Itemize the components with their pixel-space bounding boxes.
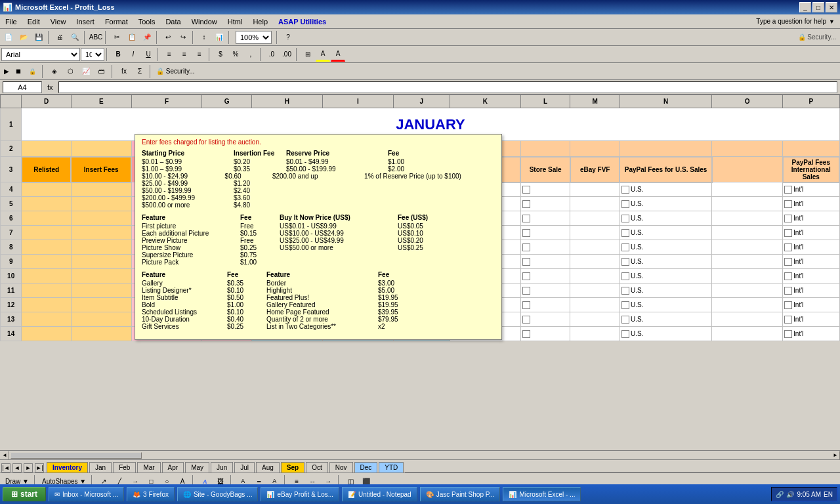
cell-e2[interactable]: [71, 141, 131, 157]
tab-jul[interactable]: Jul: [234, 462, 255, 472]
cell-p10[interactable]: Int'l: [783, 269, 839, 284]
tab-first-btn[interactable]: |◄: [1, 463, 10, 472]
checkbox-l6[interactable]: [522, 215, 530, 222]
maximize-btn[interactable]: □: [812, 2, 824, 12]
checkbox-l4[interactable]: [522, 186, 530, 194]
decrease-dec-btn[interactable]: .00: [280, 47, 294, 62]
formula-input[interactable]: [58, 81, 837, 93]
menu-edit[interactable]: Edit: [22, 14, 45, 28]
cell-n3[interactable]: PayPal Fees for U.S. Sales: [620, 157, 711, 182]
cell-p2[interactable]: [783, 141, 839, 157]
checkbox-l9[interactable]: [522, 258, 530, 266]
print-btn[interactable]: 🖨: [52, 30, 67, 45]
cell-o12[interactable]: [712, 298, 783, 312]
cell-d10[interactable]: [22, 269, 72, 284]
cell-n4[interactable]: U.S.: [620, 182, 711, 197]
cell-m3[interactable]: eBay FVF: [570, 157, 620, 182]
menu-data[interactable]: Data: [160, 14, 186, 28]
cell-d7[interactable]: [22, 226, 72, 240]
paste-btn[interactable]: 📌: [140, 30, 154, 45]
checkbox-l10[interactable]: [522, 272, 530, 280]
cell-d5[interactable]: [22, 197, 72, 211]
fill-color-btn[interactable]: A: [316, 47, 330, 62]
cb-n5[interactable]: [621, 200, 629, 208]
minimize-btn[interactable]: _: [799, 2, 811, 12]
cell-d2[interactable]: [22, 141, 72, 157]
cell-o3[interactable]: [712, 157, 783, 182]
bold-btn[interactable]: B: [111, 47, 125, 62]
cell-l11[interactable]: [520, 284, 570, 298]
cb-p9[interactable]: [784, 258, 792, 266]
cb-n14[interactable]: [621, 330, 629, 338]
cb-n6[interactable]: [621, 215, 629, 222]
cell-e14[interactable]: [71, 327, 131, 341]
cell-d9[interactable]: [22, 255, 72, 269]
tab-feb[interactable]: Feb: [113, 462, 136, 472]
tab-oct[interactable]: Oct: [306, 462, 328, 472]
cell-m7[interactable]: [570, 226, 620, 240]
tab-jun[interactable]: Jun: [211, 462, 233, 472]
cell-p11[interactable]: Int'l: [783, 284, 839, 298]
menu-file[interactable]: File: [0, 14, 22, 28]
cell-n9[interactable]: U.S.: [620, 255, 711, 269]
cell-m9[interactable]: [570, 255, 620, 269]
tab-apr[interactable]: Apr: [162, 462, 184, 472]
tab-sep[interactable]: Sep: [281, 462, 304, 472]
tab-mar[interactable]: Mar: [137, 462, 160, 472]
font-color-btn[interactable]: A: [331, 47, 345, 62]
cell-d3[interactable]: Relisted: [22, 157, 72, 182]
taskbar-site[interactable]: 🌐 Site - GoodyBags ...: [177, 487, 259, 501]
checkbox-l11[interactable]: [522, 287, 530, 295]
cell-o10[interactable]: [712, 269, 783, 284]
tb3-btn9[interactable]: Σ: [133, 64, 147, 79]
cell-l8[interactable]: [520, 240, 570, 255]
cell-e12[interactable]: [71, 298, 131, 312]
cell-e6[interactable]: [71, 211, 131, 226]
cell-m11[interactable]: [570, 284, 620, 298]
menu-html[interactable]: Html: [222, 14, 248, 28]
undo-btn[interactable]: ↩: [161, 30, 175, 45]
cell-l5[interactable]: [520, 197, 570, 211]
cb-p8[interactable]: [784, 243, 792, 251]
cell-p8[interactable]: Int'l: [783, 240, 839, 255]
menu-help[interactable]: Help: [247, 14, 273, 28]
cell-n12[interactable]: U.S.: [620, 298, 711, 312]
cell-d6[interactable]: [22, 211, 72, 226]
cell-l12[interactable]: [520, 298, 570, 312]
menu-tools[interactable]: Tools: [133, 14, 161, 28]
taskbar-inbox[interactable]: ✉ Inbox - Microsoft ...: [49, 487, 124, 501]
cell-m2[interactable]: [570, 141, 620, 157]
cell-n13[interactable]: U.S.: [620, 312, 711, 327]
tb3-btn5[interactable]: ⬡: [63, 64, 77, 79]
cb-p13[interactable]: [784, 316, 792, 324]
cell-l7[interactable]: [520, 226, 570, 240]
cell-l14[interactable]: [520, 327, 570, 341]
cell-m6[interactable]: [570, 211, 620, 226]
cell-m4[interactable]: [570, 182, 620, 197]
taskbar-ebay[interactable]: 📊 eBay Profit & Los...: [261, 487, 339, 501]
increase-dec-btn[interactable]: .0: [264, 47, 279, 62]
cell-m14[interactable]: [570, 327, 620, 341]
align-left-btn[interactable]: ≡: [162, 47, 177, 62]
cell-o4[interactable]: [712, 182, 783, 197]
cell-l10[interactable]: [520, 269, 570, 284]
cb-n8[interactable]: [621, 243, 629, 251]
cell-m5[interactable]: [570, 197, 620, 211]
dollar-btn[interactable]: $: [213, 47, 228, 62]
cell-o2[interactable]: [712, 141, 783, 157]
cb-n4[interactable]: [621, 186, 629, 194]
font-size-select[interactable]: 10: [81, 48, 104, 61]
tb3-btn6[interactable]: 📈: [79, 64, 93, 79]
cell-n6[interactable]: U.S.: [620, 211, 711, 226]
tb3-btn2[interactable]: ⏹: [13, 64, 24, 79]
tb3-btn3[interactable]: 🔒: [25, 64, 39, 79]
cell-l3[interactable]: Store Sale: [520, 157, 570, 182]
italic-btn[interactable]: I: [126, 47, 140, 62]
cell-reference[interactable]: [3, 81, 42, 93]
cell-p13[interactable]: Int'l: [783, 312, 839, 327]
cell-e7[interactable]: [71, 226, 131, 240]
cell-l2[interactable]: [520, 141, 570, 157]
cell-e11[interactable]: [71, 284, 131, 298]
new-btn[interactable]: 📄: [1, 30, 16, 45]
cell-o5[interactable]: [712, 197, 783, 211]
